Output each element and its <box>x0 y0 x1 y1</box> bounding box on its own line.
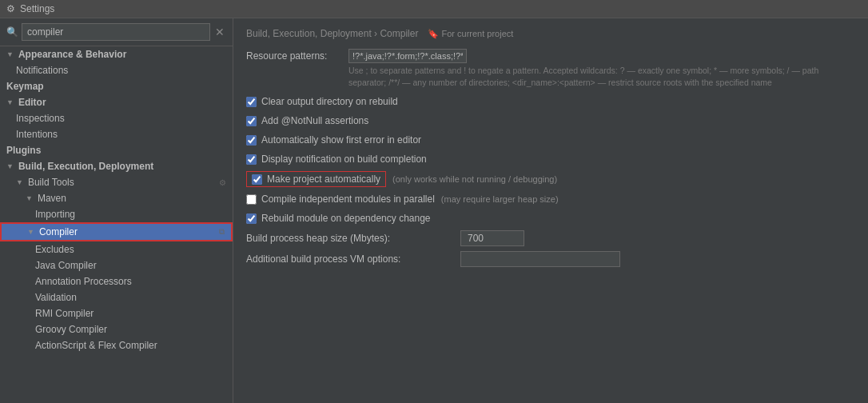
checkbox-add-notnull-input[interactable] <box>246 116 257 126</box>
sidebar-item-label: Importing <box>35 209 75 220</box>
main-container: 🔍 ✕ Appearance & Behavior Notifications … <box>0 18 868 403</box>
checkbox-make-project-label: Make project automatically <box>267 174 380 185</box>
content-panel: Build, Execution, Deployment › Compiler … <box>233 18 868 403</box>
expand-icon <box>6 98 14 106</box>
sidebar-item-label: Java Compiler <box>35 260 97 271</box>
expand-icon <box>16 178 23 186</box>
sidebar-item-label: Build Tools <box>28 177 74 188</box>
sidebar-item-label: Inspections <box>16 113 65 124</box>
sidebar-item-label: Excludes <box>35 244 74 255</box>
sidebar-item-label: Intentions <box>16 129 58 140</box>
resource-patterns-hint: Use ; to separate patterns and ! to nega… <box>348 65 855 88</box>
checkbox-clear-output-label: Clear output directory on rebuild <box>261 96 398 107</box>
sidebar: 🔍 ✕ Appearance & Behavior Notifications … <box>0 18 233 403</box>
checkbox-add-notnull-label: Add @NotNull assertions <box>261 115 368 126</box>
project-tag: 🔖 For current project <box>428 29 513 39</box>
expand-icon <box>27 228 34 236</box>
build-heap-input[interactable] <box>460 230 524 246</box>
checkbox-clear-output: Clear output directory on rebuild <box>246 94 855 109</box>
build-heap-label: Build process heap size (Mbytes): <box>246 233 454 244</box>
vm-options-label: Additional build process VM options: <box>246 253 454 265</box>
settings-icon: ⚙ <box>6 3 15 14</box>
vm-options-input[interactable] <box>460 251 620 267</box>
sidebar-item-inspections[interactable]: Inspections <box>0 110 233 126</box>
sidebar-item-maven[interactable]: Maven <box>0 190 233 206</box>
vm-options-row: Additional build process VM options: <box>246 251 855 267</box>
title-label: Settings <box>20 3 54 14</box>
make-project-row: Make project automatically (only works w… <box>246 171 855 187</box>
checkbox-display-notification-input[interactable] <box>246 154 257 165</box>
resource-patterns-input[interactable] <box>348 49 467 63</box>
compile-parallel-note: (may require larger heap size) <box>441 194 559 204</box>
checkbox-rebuild-module-label: Rebuild module on dependency change <box>261 213 431 224</box>
search-icon: 🔍 <box>6 26 18 38</box>
sidebar-item-label: ActionScript & Flex Compiler <box>35 340 157 351</box>
checkbox-compile-parallel: Compile independent modules in parallel <box>246 192 435 206</box>
search-input[interactable] <box>22 23 210 41</box>
sidebar-item-keymap[interactable]: Keymap <box>0 78 233 94</box>
sidebar-item-importing[interactable]: Importing <box>0 206 233 222</box>
breadcrumb: Build, Execution, Deployment › Compiler … <box>246 28 855 39</box>
breadcrumb-path: Build, Execution, Deployment › Compiler <box>246 28 418 39</box>
checkbox-rebuild-module: Rebuild module on dependency change <box>246 211 855 225</box>
sidebar-item-label: Groovy Compiler <box>35 324 107 335</box>
sidebar-item-editor[interactable]: Editor <box>0 94 233 110</box>
expand-icon <box>6 162 14 170</box>
sidebar-item-label: Keymap <box>6 81 44 92</box>
sidebar-item-annotation-processors[interactable]: Annotation Processors <box>0 273 233 289</box>
sidebar-item-rmi-compiler[interactable]: RMI Compiler <box>0 305 233 321</box>
checkbox-rebuild-module-input[interactable] <box>246 213 257 224</box>
sidebar-item-java-compiler[interactable]: Java Compiler <box>0 257 233 273</box>
sidebar-item-label: Build, Execution, Deployment <box>18 161 153 172</box>
checkboxes-section: Clear output directory on rebuild Add @N… <box>246 94 855 225</box>
checkbox-auto-show-error-input[interactable] <box>246 135 257 146</box>
search-clear-button[interactable]: ✕ <box>213 26 226 38</box>
title-bar: ⚙ Settings <box>0 0 868 18</box>
checkbox-auto-show-error-label: Automatically show first error in editor <box>261 134 421 146</box>
expand-icon <box>26 194 33 202</box>
checkbox-display-notification: Display notification on build completion <box>246 152 855 166</box>
sidebar-item-compiler[interactable]: Compiler ⧉ <box>0 222 233 241</box>
sidebar-item-plugins[interactable]: Plugins <box>0 142 233 158</box>
sidebar-item-intentions[interactable]: Intentions <box>0 126 233 142</box>
sidebar-item-label: Annotation Processors <box>35 276 132 287</box>
sidebar-item-label: Validation <box>35 292 77 303</box>
checkbox-make-project-input[interactable] <box>252 174 262 185</box>
sidebar-item-label: Notifications <box>16 65 68 76</box>
sidebar-item-label: Plugins <box>6 145 41 156</box>
expand-icon <box>6 50 14 58</box>
sidebar-item-label: Appearance & Behavior <box>18 49 126 60</box>
checkbox-clear-output-input[interactable] <box>246 97 257 107</box>
sidebar-item-actionscript-flex[interactable]: ActionScript & Flex Compiler <box>0 337 233 353</box>
make-project-note: (only works while not running / debuggin… <box>392 174 557 184</box>
checkbox-compile-parallel-label: Compile independent modules in parallel <box>261 194 435 205</box>
checkbox-make-project-highlighted: Make project automatically <box>246 171 386 187</box>
resource-patterns-row: Resource patterns: Use ; to separate pat… <box>246 49 855 88</box>
checkbox-compile-parallel-input[interactable] <box>246 194 257 205</box>
sidebar-item-build-tools[interactable]: Build Tools ⚙ <box>0 174 233 190</box>
sidebar-item-label: Compiler <box>39 226 78 237</box>
sidebar-item-excludes[interactable]: Excludes <box>0 241 233 257</box>
copy-icon: ⧉ <box>219 227 225 237</box>
compile-parallel-row: Compile independent modules in parallel … <box>246 192 855 206</box>
sidebar-item-groovy-compiler[interactable]: Groovy Compiler <box>0 321 233 337</box>
checkbox-display-notification-label: Display notification on build completion <box>261 154 427 165</box>
sidebar-item-notifications[interactable]: Notifications <box>0 62 233 78</box>
settings-icon: ⚙ <box>219 178 226 187</box>
sidebar-item-label: Maven <box>38 193 66 204</box>
sidebar-item-label: RMI Compiler <box>35 308 94 319</box>
sidebar-item-label: Editor <box>18 97 46 108</box>
sidebar-item-build-execution[interactable]: Build, Execution, Deployment <box>0 158 233 174</box>
checkbox-auto-show-error: Automatically show first error in editor <box>246 133 855 147</box>
checkbox-add-notnull: Add @NotNull assertions <box>246 114 855 128</box>
sidebar-item-appearance[interactable]: Appearance & Behavior <box>0 46 233 62</box>
search-bar: 🔍 ✕ <box>0 18 233 46</box>
sidebar-item-validation[interactable]: Validation <box>0 289 233 305</box>
resource-patterns-label: Resource patterns: <box>246 49 342 62</box>
build-heap-row: Build process heap size (Mbytes): <box>246 230 855 246</box>
